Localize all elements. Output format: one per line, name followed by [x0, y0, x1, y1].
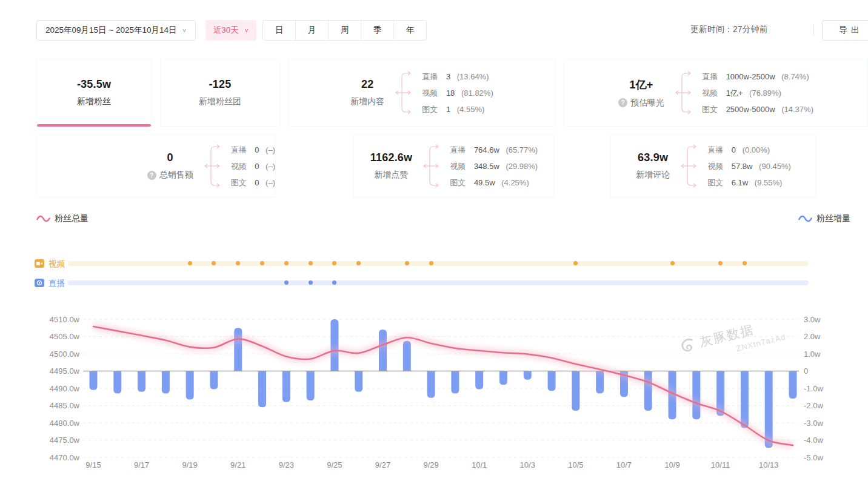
- bar-9/22: [258, 371, 266, 408]
- content-dot-9/24[interactable]: [309, 280, 313, 285]
- breakdown-pct: (–): [265, 178, 275, 187]
- bar-10/14: [789, 371, 797, 399]
- live-track: [68, 280, 809, 285]
- right-axis-labels: 3.0w2.0w1.0w0-1.0w-2.0w-3.0w-4.0w-5.0w: [804, 315, 823, 462]
- stat-value-block: -125 新增粉丝团: [199, 78, 241, 107]
- breakdown-connector: [681, 139, 699, 193]
- svg-text:4470.0w: 4470.0w: [50, 453, 80, 462]
- chevron-down-icon: ∨: [244, 27, 249, 33]
- stat-card-新增内容[interactable]: 22 新增内容 直播 3 (13.64%) 视频 18 (81.82%) 图文 …: [289, 59, 555, 127]
- fans-total-line-glow: [93, 327, 793, 445]
- bar-9/26: [355, 371, 362, 392]
- content-dot-9/28[interactable]: [405, 261, 409, 265]
- tab-周[interactable]: 周: [328, 21, 361, 40]
- export-button[interactable]: 导出: [822, 20, 868, 41]
- content-dot-9/24[interactable]: [309, 261, 313, 265]
- stat-card-新增评论[interactable]: 63.9w 新增评论 直播 0 (0.00%) 视频 57.8w (90.45%…: [610, 134, 816, 197]
- stat-card-新增点赞[interactable]: 1162.6w 新增点赞 直播 764.6w (65.77%) 视频 348.5…: [353, 134, 555, 197]
- legend-fans-delta[interactable]: 粉丝增量: [798, 213, 850, 224]
- stat-value-block: 1亿+ ?预估曝光: [618, 78, 664, 108]
- svg-text:10/3: 10/3: [520, 460, 535, 469]
- content-dot-9/22[interactable]: [260, 261, 264, 265]
- breakdown-value: 0: [255, 145, 259, 154]
- help-icon[interactable]: ?: [618, 98, 627, 107]
- breakdown-name: 图文: [450, 178, 466, 187]
- tab-年[interactable]: 年: [393, 21, 426, 40]
- breakdown-row: 视频 1亿+ (76.89%): [702, 85, 813, 101]
- stat-card-预估曝光[interactable]: 1亿+ ?预估曝光 直播 1000w-2500w (8.74%) 视频 1亿+ …: [564, 59, 868, 127]
- content-dot-10/9[interactable]: [670, 261, 675, 265]
- content-dot-10/12[interactable]: [743, 261, 747, 265]
- bar-9/25: [330, 319, 338, 371]
- breakdown-row: 视频 348.5w (29.98%): [450, 158, 538, 174]
- breakdown-pct: (65.77%): [506, 145, 538, 154]
- breakdown-value: 764.6w: [474, 145, 499, 154]
- breakdown-value: 18: [446, 88, 455, 98]
- svg-text:10/13: 10/13: [759, 460, 779, 469]
- svg-text:-3.0w: -3.0w: [804, 419, 823, 428]
- svg-text:4480.0w: 4480.0w: [50, 419, 80, 428]
- breakdown-row: 图文 2500w-5000w (14.37%): [702, 101, 813, 118]
- date-range-picker[interactable]: 2025年09月15日 ~ 2025年10月14日 ∨: [36, 20, 196, 41]
- stat-value: 1亿+: [618, 78, 664, 92]
- svg-text:9/19: 9/19: [182, 460, 198, 469]
- content-dot-9/19[interactable]: [188, 261, 192, 265]
- stat-breakdown: 直播 0 (–) 视频 0 (–) 图文 0 (–): [231, 142, 275, 191]
- breakdown-name: 视频: [702, 88, 718, 98]
- help-icon[interactable]: ?: [147, 171, 156, 180]
- stat-card-新增粉丝[interactable]: -35.5w 新增粉丝: [36, 59, 152, 127]
- breakdown-name: 视频: [707, 162, 723, 171]
- bar-9/20: [210, 371, 218, 390]
- content-dot-9/23[interactable]: [284, 261, 289, 265]
- tab-月[interactable]: 月: [295, 21, 328, 40]
- active-underline: [37, 124, 151, 127]
- svg-text:2.0w: 2.0w: [804, 332, 821, 341]
- content-dot-9/23[interactable]: [284, 280, 289, 285]
- content-dot-9/29[interactable]: [429, 261, 433, 265]
- stat-card-新增粉丝团[interactable]: -125 新增粉丝团: [160, 59, 280, 127]
- stat-card-总销售额[interactable]: 0 ?总销售额 直播 0 (–) 视频 0 (–) 图文 0 (–): [36, 134, 276, 197]
- quick-range-chip[interactable]: 近30天 ∨: [205, 20, 256, 41]
- tab-日[interactable]: 日: [263, 21, 295, 40]
- tab-季[interactable]: 季: [361, 21, 393, 40]
- wave-icon-blue: [798, 214, 812, 223]
- breakdown-name: 直播: [450, 145, 466, 154]
- breakdown-value: 1000w-2500w: [726, 72, 775, 81]
- bar-10/1: [475, 371, 483, 390]
- svg-text:10/1: 10/1: [472, 460, 487, 469]
- breakdown-pct: (13.64%): [457, 72, 489, 81]
- breakdown-pct: (4.55%): [457, 105, 485, 114]
- bar-10/12: [741, 371, 749, 428]
- live-row-label: 直播: [48, 278, 65, 289]
- chevron-down-icon: ∨: [182, 27, 187, 33]
- breakdown-value: 49.5w: [474, 178, 495, 187]
- chart-legend-row: 粉丝总量 粉丝增量: [36, 213, 850, 228]
- bar-10/10: [692, 371, 700, 420]
- stat-breakdown: 直播 1000w-2500w (8.74%) 视频 1亿+ (76.89%) 图…: [702, 68, 813, 118]
- fans-trend-chart[interactable]: 4510.0w4505.0w4500.0w4495.0w4490.0w4485.…: [0, 302, 868, 496]
- breakdown-value: 3: [446, 72, 450, 81]
- breakdown-row: 直播 3 (13.64%): [422, 68, 493, 85]
- breakdown-value: 0: [732, 145, 736, 154]
- svg-text:-5.0w: -5.0w: [804, 453, 823, 462]
- svg-text:0: 0: [804, 366, 808, 376]
- video-row-label: 视频: [48, 259, 65, 270]
- breakdown-pct: (76.89%): [749, 88, 781, 98]
- live-camera-icon: [35, 278, 44, 290]
- breakdown-row: 图文 1 (4.55%): [422, 101, 493, 118]
- bar-10/3: [524, 371, 532, 380]
- breakdown-name: 直播: [702, 72, 718, 81]
- legend-fans-delta-label: 粉丝增量: [816, 213, 850, 224]
- svg-text:9/23: 9/23: [279, 460, 294, 469]
- stat-value-block: 0 ?总销售额: [147, 151, 193, 181]
- legend-fans-total[interactable]: 粉丝总量: [36, 213, 88, 224]
- stat-breakdown: 直播 3 (13.64%) 视频 18 (81.82%) 图文 1 (4.55%…: [422, 68, 493, 118]
- breakdown-row: 直播 0 (0.00%): [707, 142, 791, 158]
- video-marker-row: 视频: [0, 258, 868, 269]
- breakdown-pct: (0.00%): [743, 145, 770, 154]
- breakdown-pct: (4.25%): [501, 178, 529, 187]
- stat-value: -125: [199, 78, 241, 91]
- stat-value: 22: [350, 78, 384, 91]
- bar-9/17: [138, 371, 145, 392]
- left-axis-labels: 4510.0w4505.0w4500.0w4495.0w4490.0w4485.…: [50, 315, 80, 462]
